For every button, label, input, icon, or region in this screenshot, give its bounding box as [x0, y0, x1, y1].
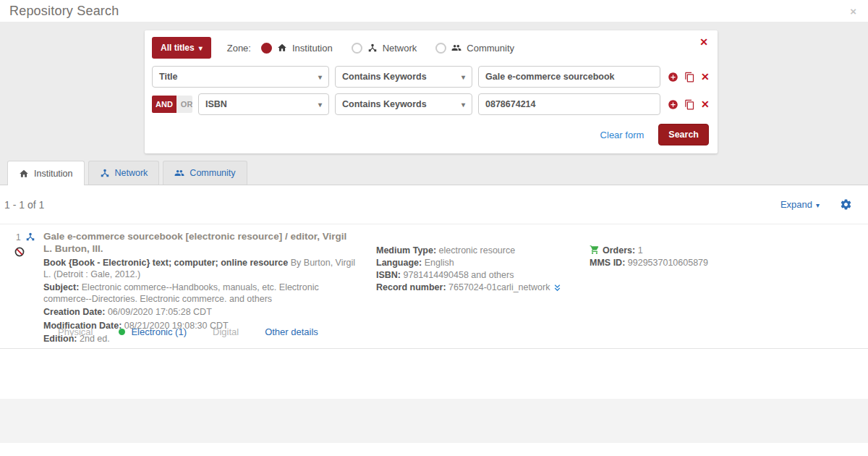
field-value: Electronic commerce--Handbooks, manuals,…	[43, 282, 319, 304]
inventory-tabs: Physical Electronic (1) Digital Other de…	[58, 326, 344, 337]
remove-row-icon[interactable]: ✕	[701, 99, 710, 109]
tab-network[interactable]: Network	[88, 161, 160, 185]
field-select-value: ISBN	[205, 99, 227, 109]
field-label: Medium Type:	[376, 245, 436, 256]
field-select[interactable]: ISBN	[198, 93, 329, 115]
results-panel: 1 - 1 of 1 Expand 1 Gale e-commerce sour…	[0, 185, 868, 456]
mms-id-field: MMS ID: 9929537010605879	[590, 257, 821, 269]
and-toggle[interactable]: AND	[152, 96, 176, 113]
duplicate-row-icon[interactable]	[684, 99, 695, 110]
condition-select[interactable]: Contains Keywords	[335, 93, 472, 115]
condition-select-value: Contains Keywords	[342, 99, 427, 109]
zone-label: Zone:	[227, 43, 251, 54]
top-bar: Repository Search ×	[0, 0, 868, 22]
search-zone: ✕ All titles Zone: Institution Network	[0, 22, 868, 161]
remove-row-icon[interactable]: ✕	[701, 72, 710, 82]
tab-label: Institution	[34, 169, 73, 179]
clear-form-link[interactable]: Clear form	[600, 130, 644, 140]
restricted-icon	[14, 247, 25, 257]
record-right-column: Orders: 1 MMS ID: 9929537010605879	[590, 245, 821, 269]
record-middle-column: Medium Type: electronic resource Languag…	[376, 245, 586, 294]
form-header: All titles Zone: Institution Network	[152, 38, 710, 58]
inventory-electronic[interactable]: Electronic (1)	[119, 326, 187, 337]
language-field: Language: English	[376, 257, 586, 269]
results-tabs: Institution Network Community	[0, 161, 868, 185]
footer-gray-band	[0, 399, 868, 443]
page-title: Repository Search	[9, 4, 850, 19]
network-icon	[367, 43, 378, 53]
field-value: electronic resource	[436, 245, 515, 256]
result-record: 1 Gale e-commerce sourcebook [electronic…	[0, 230, 868, 349]
zone-option-label: Community	[467, 43, 514, 54]
search-button[interactable]: Search	[658, 124, 709, 145]
tab-label: Network	[115, 168, 148, 178]
home-icon	[277, 43, 287, 53]
zone-option-community[interactable]: Community	[435, 43, 514, 54]
tab-institution[interactable]: Institution	[7, 161, 85, 185]
caret-down-icon	[199, 43, 203, 53]
zone-option-institution[interactable]: Institution	[261, 43, 333, 54]
scope-dropdown-button[interactable]: All titles	[152, 37, 211, 59]
field-value: 06/09/2020 17:05:28 CDT	[105, 307, 211, 317]
close-form-icon[interactable]: ✕	[699, 37, 708, 47]
record-format-line: Book {Book - Electronic} text; computer;…	[43, 258, 356, 280]
zone-option-label: Network	[383, 43, 417, 54]
add-row-icon[interactable]	[668, 99, 678, 110]
radio-unselected-icon[interactable]	[435, 43, 446, 54]
inventory-digital: Digital	[213, 326, 239, 337]
inventory-label: Electronic (1)	[131, 326, 187, 337]
bottom-strip	[0, 443, 868, 456]
field-label: Record number:	[376, 282, 446, 292]
isbn-field: ISBN: 9781414490458 and others	[376, 269, 586, 281]
form-footer: Clear form Search	[152, 124, 710, 145]
radio-unselected-icon[interactable]	[352, 43, 362, 54]
row-action-icons: ✕	[668, 72, 710, 83]
record-title-link[interactable]: Gale e-commerce sourcebook [electronic r…	[43, 230, 356, 255]
search-row-1: Title Contains Keywords ✕	[152, 66, 710, 88]
duplicate-row-icon[interactable]	[684, 72, 695, 83]
results-header-actions: Expand	[780, 198, 852, 211]
field-label: ISBN:	[376, 270, 401, 280]
expand-dropdown[interactable]: Expand	[780, 199, 820, 210]
search-term-input[interactable]	[478, 93, 660, 115]
expand-label: Expand	[780, 199, 812, 210]
add-row-icon[interactable]	[668, 72, 678, 83]
cart-icon	[590, 245, 600, 255]
radio-selected-icon[interactable]	[261, 43, 272, 54]
boolean-operator-toggle: AND OR	[152, 96, 192, 113]
field-value: 7657024-01carli_network	[446, 282, 550, 292]
tab-label: Community	[190, 168, 235, 178]
search-term-input[interactable]	[478, 66, 660, 88]
inventory-physical: Physical	[58, 326, 93, 337]
row-action-icons: ✕	[668, 99, 710, 110]
field-value: 9781414490458 and others	[401, 270, 514, 280]
people-icon	[174, 168, 184, 178]
caret-down-icon	[318, 101, 322, 109]
orders-field: Orders: 1	[590, 245, 821, 256]
home-icon	[19, 169, 29, 179]
caret-down-icon	[461, 101, 465, 109]
results-count: 1 - 1 of 1	[4, 199, 44, 211]
zone-option-network[interactable]: Network	[352, 43, 417, 54]
field-label: MMS ID:	[590, 258, 625, 268]
caret-down-icon	[461, 73, 465, 81]
double-chevron-down-icon[interactable]	[553, 283, 562, 292]
search-form-card: ✕ All titles Zone: Institution Network	[145, 30, 718, 153]
zone-option-label: Institution	[292, 43, 333, 54]
format-bold: Book {Book - Electronic} text; computer;…	[43, 258, 288, 268]
field-select[interactable]: Title	[152, 66, 329, 88]
condition-select[interactable]: Contains Keywords	[335, 66, 472, 88]
or-toggle[interactable]: OR	[176, 96, 192, 113]
tab-community[interactable]: Community	[163, 161, 247, 185]
caret-down-icon	[816, 199, 820, 210]
result-index: 1	[16, 232, 21, 242]
gear-icon[interactable]	[840, 198, 852, 211]
search-row-2: AND OR ISBN Contains Keywords ✕	[152, 93, 710, 115]
field-label: Subject:	[43, 282, 79, 292]
network-record-icon	[25, 232, 35, 242]
close-icon[interactable]: ×	[850, 6, 856, 17]
results-header: 1 - 1 of 1 Expand	[0, 185, 868, 224]
scope-label: All titles	[161, 43, 195, 53]
other-details-link[interactable]: Other details	[265, 326, 318, 337]
repository-search-page: Repository Search × ✕ All titles Zone: I…	[0, 0, 868, 456]
